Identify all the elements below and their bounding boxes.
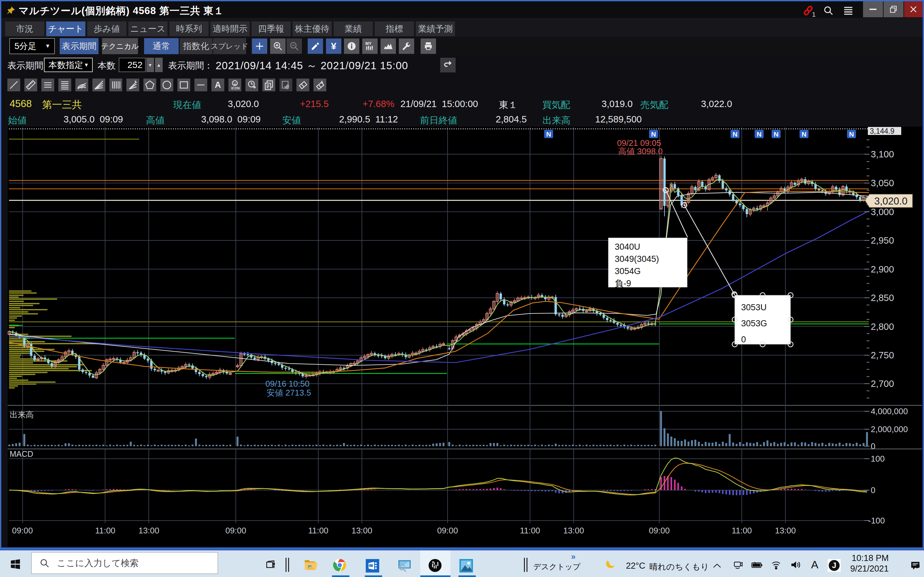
- svg-text:2,850: 2,850: [871, 293, 894, 303]
- svg-text:3,050: 3,050: [871, 178, 894, 188]
- svg-text:N: N: [546, 131, 551, 138]
- svg-text:13:00: 13:00: [351, 526, 372, 535]
- svg-text:09:00: 09:00: [225, 526, 246, 535]
- svg-text:2,750: 2,750: [871, 350, 894, 360]
- svg-text:N: N: [756, 131, 761, 138]
- svg-text:0: 0: [871, 442, 875, 451]
- svg-text:2,950: 2,950: [871, 235, 894, 245]
- svg-text:3054G: 3054G: [615, 266, 641, 276]
- svg-text:N: N: [774, 131, 779, 138]
- svg-text:3,100: 3,100: [871, 149, 894, 159]
- svg-text:11:00: 11:00: [308, 526, 328, 535]
- svg-text:負-9: 負-9: [615, 279, 631, 288]
- svg-text:高値 3098.0: 高値 3098.0: [618, 147, 663, 156]
- svg-text:09:00: 09:00: [12, 526, 33, 535]
- svg-text:4,000,000: 4,000,000: [871, 406, 908, 416]
- svg-text:09:00: 09:00: [437, 526, 458, 535]
- svg-text:3053G: 3053G: [741, 319, 767, 328]
- svg-text:N: N: [732, 131, 737, 138]
- svg-text:2,700: 2,700: [871, 379, 894, 389]
- svg-text:2,800: 2,800: [871, 322, 894, 332]
- svg-text:0: 0: [741, 335, 746, 344]
- svg-text:N: N: [849, 131, 854, 138]
- svg-text:09:00: 09:00: [649, 526, 670, 535]
- svg-text:3049(3045): 3049(3045): [615, 254, 659, 264]
- svg-text:12:00: 12:00: [369, 564, 375, 567]
- svg-text:2,000,000: 2,000,000: [871, 424, 908, 434]
- svg-text:3,000: 3,000: [871, 207, 894, 217]
- svg-text:N: N: [801, 131, 806, 138]
- svg-text:11:00: 11:00: [520, 526, 540, 535]
- svg-text:-100: -100: [868, 516, 885, 525]
- svg-text:09/16 10:50: 09/16 10:50: [265, 379, 309, 388]
- svg-text:3040U: 3040U: [615, 242, 640, 251]
- svg-text:11:00: 11:00: [732, 526, 752, 535]
- svg-text:13:00: 13:00: [775, 526, 796, 535]
- svg-text:出来高: 出来高: [10, 410, 34, 419]
- svg-text:MACD: MACD: [10, 450, 33, 458]
- svg-text:11:00: 11:00: [95, 526, 115, 535]
- svg-text:N: N: [651, 131, 656, 138]
- svg-text:3053U: 3053U: [741, 303, 767, 312]
- svg-text:100: 100: [871, 454, 885, 464]
- svg-text:3,020.0: 3,020.0: [874, 195, 907, 207]
- svg-text:0: 0: [871, 485, 875, 495]
- svg-text:3,144.9: 3,144.9: [870, 127, 895, 135]
- svg-text:安値 2713.5: 安値 2713.5: [267, 388, 311, 398]
- svg-text:2,900: 2,900: [871, 264, 894, 274]
- svg-text:13:00: 13:00: [138, 526, 159, 535]
- svg-text:13:00: 13:00: [563, 526, 584, 535]
